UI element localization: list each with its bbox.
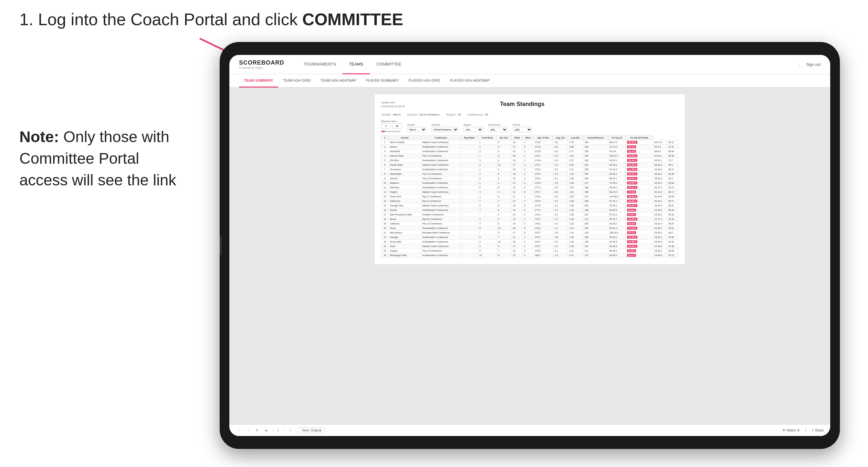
table-cell: -3.5 — [553, 181, 568, 185]
min-rounds-input-2[interactable] — [392, 123, 402, 128]
table-cell: 109-24-2 — [608, 230, 625, 235]
table-cell: 104-63-3 — [608, 194, 625, 199]
table-cell: - — [478, 213, 497, 217]
table-cell: -3.8 — [553, 185, 568, 190]
table-cell: 10 — [381, 181, 389, 185]
table-cell: 9 — [497, 230, 512, 235]
view-original-btn[interactable]: View: Original — [299, 427, 324, 433]
step-number: 1. — [20, 10, 33, 29]
sign-out-button[interactable]: Sign out — [800, 62, 820, 67]
table-cell: 23 — [512, 176, 523, 181]
table-cell: 9 — [497, 145, 512, 149]
conference-select[interactable]: (All) — [488, 127, 507, 132]
table-cell: 260 — [583, 145, 608, 149]
table-cell: 8 — [497, 185, 512, 190]
toolbar-forward-btn[interactable]: → — [245, 427, 251, 434]
table-cell: Mississippi State — [388, 253, 421, 258]
table-cell: 1.28 — [568, 217, 583, 222]
rounds-slider[interactable] — [381, 131, 401, 132]
toolbar-bookmark-btn[interactable]: ★ — [263, 427, 270, 434]
table-cell: 88-17-0 — [608, 140, 625, 145]
col-avg-sg: Avg. SG — [553, 136, 568, 140]
table-row: 13Texas TechBig 12 Conference-19272276.9… — [381, 194, 678, 199]
region-select[interactable]: N/A — [464, 127, 483, 132]
table-cell: 18 — [512, 167, 523, 172]
table-cell: - — [461, 240, 478, 244]
watch-btn[interactable]: 👁 Watch ▼ — [782, 429, 800, 432]
filter-conference: Conference: All — [467, 113, 488, 116]
table-cell: 276.3 — [534, 172, 553, 176]
table-cell: 1 — [478, 217, 497, 222]
committee-bold: COMMITTEE — [302, 10, 403, 29]
table-cell: 217 — [583, 181, 608, 185]
table-row: 17East Tennessee StateSouthern Conferenc… — [381, 213, 678, 217]
table-cell: - — [461, 194, 478, 199]
nav-item-committee[interactable]: COMMITTEE — [370, 55, 408, 74]
table-cell: 2 — [523, 199, 534, 204]
table-cell: 6 — [497, 158, 512, 163]
toolbar-back-btn[interactable]: ← — [236, 427, 242, 434]
table-cell: Illinois — [388, 217, 421, 222]
table-cell: 1 — [478, 154, 497, 158]
expand-btn[interactable]: ⤢ — [802, 427, 809, 434]
table-cell: Georgia Tech — [388, 204, 421, 208]
table-cell: 80.98 — [667, 154, 678, 158]
table-cell: 17 — [512, 163, 523, 167]
sub-nav-player-h2h-grid[interactable]: PLAYER H2H GRID — [404, 74, 445, 88]
toolbar-share-icon-btn[interactable]: ⇧ — [275, 427, 281, 434]
table-cell: 100-27-1 — [608, 154, 625, 158]
table-cell: Tennessee — [388, 167, 421, 172]
table-cell: 17-9-0 — [626, 190, 653, 194]
table-cell: Southeastern Conference — [421, 240, 461, 244]
share-btn[interactable]: ⇧ Share — [811, 429, 824, 432]
table-cell: 44.42 — [667, 240, 678, 244]
table-cell: 83-15-0 — [608, 190, 625, 194]
table-cell: 86-25-1 — [608, 172, 625, 176]
sub-nav-team-h2h-heatmap[interactable]: TEAM H2H HEATMAP — [316, 74, 361, 88]
table-cell: 1 — [523, 172, 534, 176]
nav-item-teams[interactable]: TEAMS — [342, 55, 370, 74]
division-select[interactable]: NCAA Division I — [432, 127, 458, 132]
table-cell: 60.17 — [667, 190, 678, 194]
table-cell: 9-24-0 — [626, 208, 653, 213]
sub-nav-team-summary[interactable]: TEAM SUMMARY — [239, 74, 278, 88]
table-cell: 18 — [381, 217, 389, 222]
table-row: 10AlabamaSoutheastern Conference-5623327… — [381, 181, 678, 185]
table-cell: 58.94 — [667, 194, 678, 199]
sub-nav-player-h2h-heatmap[interactable]: PLAYER H2H HEATMAP — [445, 74, 495, 88]
division-control: Division NCAA Division I — [432, 124, 458, 132]
table-cell: 29-21-0 — [653, 222, 667, 226]
toolbar-clock-btn[interactable]: ◌ — [287, 427, 293, 434]
sub-nav-team-h2h-grid[interactable]: TEAM H2H GRID — [278, 74, 316, 88]
table-row: 25OregonPac-12 Conference-57210279.5-3.1… — [381, 249, 678, 253]
table-cell: 276.3 — [534, 176, 553, 181]
region-control: Region N/A — [464, 124, 483, 132]
toolbar-reload-btn[interactable]: ↻ — [254, 427, 260, 434]
table-cell: 7 — [497, 235, 512, 240]
table-cell: Alabama — [388, 181, 421, 185]
sub-nav-player-summary[interactable]: PLAYER SUMMARY — [361, 74, 404, 88]
nav-item-tournaments[interactable]: TOURNAMENTS — [297, 55, 342, 74]
table-cell: 266 — [583, 235, 608, 240]
school-select[interactable]: (All) — [513, 127, 532, 132]
gender-select[interactable]: Men's Women's — [407, 127, 426, 132]
table-cell: 24 — [512, 199, 523, 204]
table-cell: - — [461, 163, 478, 167]
nav-items: TOURNAMENTS TEAMS COMMITTEE — [297, 55, 793, 74]
table-cell: -0.7 — [553, 226, 568, 230]
table-cell: 277.8 — [534, 204, 553, 208]
table-cell: 2 — [523, 240, 534, 244]
table-cell: Southeastern Conference — [421, 253, 461, 258]
table-cell: 25 — [381, 249, 389, 253]
min-rounds-input-1[interactable] — [381, 123, 391, 128]
table-cell: -5.9 — [553, 230, 568, 235]
table-cell: Atlantic Coast Conference — [421, 140, 461, 145]
table-cell: 264 — [583, 163, 608, 167]
col-rnds: Rnds — [512, 136, 523, 140]
table-cell: 4 — [381, 154, 389, 158]
table-cell: 4 — [478, 204, 497, 208]
table-cell: 269 — [583, 226, 608, 230]
table-cell: 56.16 — [667, 213, 678, 217]
table-cell: Georgia — [388, 235, 421, 240]
min-rounds-control: Minimum Rou... — [381, 120, 402, 132]
